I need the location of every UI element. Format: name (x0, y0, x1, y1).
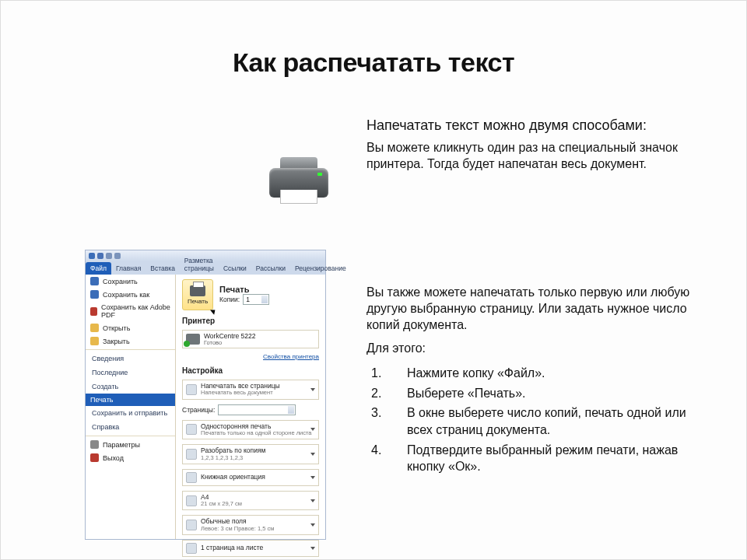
chevron-down-icon (310, 476, 315, 479)
tab-home[interactable]: Главная (111, 262, 146, 275)
printer-device-icon (186, 334, 200, 345)
intro-body: Вы можете кликнуть один раз на специальн… (366, 140, 700, 173)
printer-status: Готово (204, 340, 255, 346)
steps-list: Нажмите копку «Файл». Выберете «Печать».… (371, 365, 700, 475)
intro-lead: Напечатать текст можно двумя способами: (366, 117, 700, 134)
step-2: Выберете «Печать». (371, 385, 700, 402)
close-icon (90, 337, 99, 345)
menu-save[interactable]: Сохранить (86, 275, 175, 288)
opt-one-sided[interactable]: Односторонняя печатьПечатать только на о… (182, 420, 319, 440)
chevron-down-icon (310, 547, 315, 550)
exit-icon (90, 453, 99, 462)
menu-recent[interactable]: Последние (86, 366, 175, 380)
ribbon-tabs[interactable]: Файл Главная Вставка Разметка страницы С… (86, 261, 325, 275)
chevron-down-icon (310, 388, 315, 391)
word-print-screenshot: Файл Главная Вставка Разметка страницы С… (85, 250, 326, 540)
chevron-down-icon (310, 499, 315, 502)
tab-mailings[interactable]: Рассылки (251, 262, 290, 275)
portrait-icon (186, 472, 197, 483)
printer-selector[interactable]: WorkCentre 5222 Готово (182, 330, 319, 348)
backstage-menu: Сохранить Сохранить как Сохранить как Ad… (86, 275, 176, 539)
menu-exit[interactable]: Выход (86, 451, 175, 464)
opt-pages-per-sheet[interactable]: 1 страница на листе (182, 540, 319, 557)
menu-close[interactable]: Закрыть (86, 334, 175, 348)
copies-label: Копии: (219, 296, 240, 303)
menu-info[interactable]: Сведения (86, 352, 175, 366)
intro-text: Напечатать текст можно двумя способами: … (366, 117, 700, 173)
chevron-down-icon (310, 453, 315, 456)
settings-section-label: Настройка (182, 366, 319, 375)
pdf-icon (90, 307, 97, 316)
printer-section-label: Принтер (182, 317, 319, 325)
menu-share[interactable]: Сохранить и отправить (86, 406, 175, 420)
redo-icon[interactable] (114, 253, 121, 259)
menu-new[interactable]: Создать (86, 380, 175, 394)
tab-references[interactable]: Ссылки (219, 262, 251, 275)
print-panel: Печать Печать Копии: 1 Принтер WorkCentr… (176, 275, 325, 539)
menu-open[interactable]: Открыть (86, 321, 175, 334)
opt-collate[interactable]: Разобрать по копиям1,2,3 1,2,3 1,2,3 (182, 444, 319, 464)
print-heading: Печать (219, 285, 269, 294)
pages-icon (186, 384, 197, 395)
pages-field-label: Страницы: (182, 406, 215, 414)
opt-print-all[interactable]: Напечатать все страницыНапечатать весь д… (182, 380, 319, 400)
options-icon (90, 440, 99, 449)
saveas-icon (90, 290, 99, 299)
sheet-icon (186, 543, 197, 554)
opt-margins[interactable]: Обычные поляЛевое: 3 см Правое: 1,5 см (182, 515, 319, 535)
tab-insert[interactable]: Вставка (146, 262, 180, 275)
detail-text: Вы также можете напечатать только первую… (366, 285, 700, 478)
chevron-down-icon (310, 523, 315, 527)
chevron-down-icon (310, 428, 315, 431)
undo-icon[interactable] (106, 253, 112, 259)
open-icon (90, 324, 99, 332)
tab-file[interactable]: Файл (86, 262, 111, 275)
collate-icon (186, 449, 197, 460)
opt-orientation[interactable]: Книжная ориентация (182, 469, 319, 486)
printer-icon (269, 152, 328, 207)
oneside-icon (186, 424, 197, 435)
slide-title: Как распечатать текст (1, 47, 746, 78)
printer-properties-link[interactable]: Свойства принтера (182, 353, 319, 360)
menu-save-as[interactable]: Сохранить как (86, 288, 175, 301)
word-app-icon (89, 253, 95, 259)
step-1: Нажмите копку «Файл». (371, 365, 700, 382)
tab-review[interactable]: Рецензирование (290, 262, 351, 275)
pages-input[interactable] (218, 404, 296, 415)
detail-p1: Вы также можете напечатать только первую… (366, 285, 700, 333)
tab-layout[interactable]: Разметка страницы (180, 254, 219, 275)
print-button[interactable]: Печать (182, 279, 213, 310)
cursor-icon (210, 307, 217, 314)
menu-save-pdf[interactable]: Сохранить как Adobe PDF (86, 301, 175, 321)
save-icon (90, 277, 99, 285)
step-3: В окне выберете число копий, печать одно… (371, 404, 700, 438)
opt-paper-size[interactable]: A421 см x 29,7 см (182, 491, 319, 511)
margins-icon (186, 520, 197, 530)
a4-icon (186, 495, 197, 506)
menu-help[interactable]: Справка (86, 420, 175, 434)
printer-icon (190, 285, 205, 296)
menu-print[interactable]: Печать (86, 394, 175, 406)
step-4: Подтвердите выбранный режим печати, нажа… (371, 442, 700, 475)
copies-spinner[interactable]: 1 (243, 294, 269, 305)
save-icon[interactable] (97, 253, 103, 259)
menu-options[interactable]: Параметры (86, 438, 175, 451)
detail-p2: Для этого: (366, 341, 700, 357)
